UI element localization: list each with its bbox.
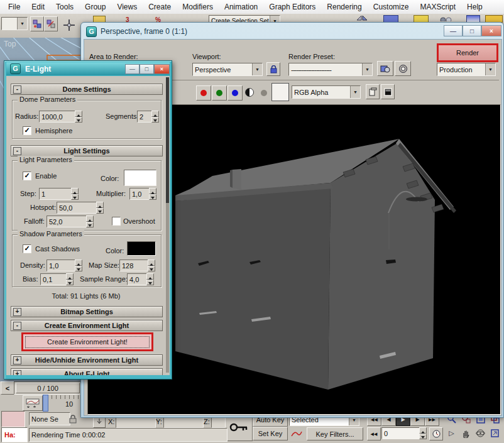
channel-display-combo[interactable]: RGB Alpha ▼ [292,85,361,99]
toolbar-icon[interactable]: % [155,16,163,22]
density-spinner[interactable] [75,260,82,271]
segments-spinner[interactable] [151,111,159,123]
time-slider-handle[interactable]: 0 / 100 [16,383,80,393]
rollout-light-settings[interactable]: - Light Settings [11,145,163,156]
menu-edit[interactable]: Edit [26,3,50,11]
rollout-hide-unhide-environment-light[interactable]: + Hide/Unhide Environment Light [11,354,163,366]
radius-spinner[interactable] [75,111,82,123]
render-window-titlebar[interactable]: G Perspective, frame 0 (1:1) [84,25,501,38]
track-frame-marker[interactable] [43,395,48,412]
current-frame-field[interactable]: 0 [381,427,423,439]
menu-customize[interactable]: Customize [368,3,415,11]
close-button[interactable]: × [481,25,501,36]
pan-hand-icon[interactable] [459,427,473,439]
time-slider-track[interactable]: 0 / 100 [14,381,83,395]
clear-rendered-frame-icon[interactable] [381,84,395,99]
field-of-view-icon[interactable]: ▷ [445,427,458,439]
shadow-color-swatch[interactable] [127,241,156,256]
mini-curve-editor-button[interactable] [23,395,43,411]
step-spinner[interactable] [71,188,79,200]
light-parameters-legend: Light Parameters [18,156,74,163]
light-color-swatch[interactable] [124,170,156,186]
toolbar-icon[interactable]: 3 [126,16,133,22]
blue-channel-icon[interactable] [227,85,243,101]
production-mode-combo[interactable]: Production ▼ [437,63,496,76]
clone-rendered-frame-icon[interactable] [366,84,380,99]
mirror-icon[interactable] [356,15,368,21]
maximize-viewport-icon[interactable] [488,427,501,439]
viewport-lock-icon[interactable] [266,62,280,76]
material-editor-icon[interactable] [440,16,454,21]
environment-dialog-icon[interactable] [395,61,411,76]
enable-checkbox[interactable]: ✓ [23,172,31,180]
falloff-field[interactable]: 52,0 [47,216,90,227]
maxscript-listener-pane[interactable]: Ha: [1,427,28,442]
sample-range-spinner[interactable] [146,273,154,285]
menu-group[interactable]: Group [79,3,111,11]
frame-spinner[interactable] [419,427,427,439]
rollout-scrollbar[interactable] [166,77,169,373]
menu-file[interactable]: File [3,3,26,11]
snaps-toggle-icon[interactable] [62,18,77,33]
time-configuration-icon[interactable] [429,427,443,440]
menu-tools[interactable]: Tools [50,3,79,11]
close-button[interactable]: × [154,64,170,74]
unlink-icon[interactable] [44,16,58,31]
viewport-label[interactable]: Top [4,40,16,48]
menu-maxscript[interactable]: MAXScript [414,3,461,11]
green-channel-icon[interactable] [212,85,227,101]
default-tangent-icon[interactable] [289,427,304,439]
set-key-button[interactable]: Set Key [253,427,288,440]
menu-create[interactable]: Create [143,3,177,11]
selection-lock-icon[interactable] [68,413,78,425]
hotspot-field[interactable]: 50,0 [57,202,101,214]
step-field[interactable]: 1 [39,188,75,200]
create-environment-light-button[interactable]: Create Environment Light! [21,332,153,351]
chevron-down-icon: ▼ [362,63,372,75]
map-size-spinner[interactable] [148,260,155,271]
enable-label: Enable [35,172,57,180]
red-channel-icon[interactable] [196,85,211,101]
previous-frame-button[interactable]: < [1,381,14,395]
rollout-create-environment-light[interactable]: - Create Environment Light [11,320,163,331]
hemisphere-checkbox[interactable]: ✓ [23,126,31,135]
maximize-button[interactable]: □ [463,25,481,36]
rollout-bitmap-settings[interactable]: + Bitmap Settings [11,306,163,317]
monochrome-channel-icon[interactable] [245,88,254,97]
overshoot-checkbox[interactable] [112,217,121,226]
area-to-render-label: Area to Render: [89,53,138,60]
render-setup-dialog-icon[interactable] [377,61,393,76]
menu-views[interactable]: Views [111,3,143,11]
track-bar[interactable]: 0 10 [43,395,82,410]
multiplier-label: Multiplier: [96,190,126,197]
key-filters-button[interactable]: Key Filters... [307,427,363,440]
render-preset-combo[interactable]: ------------------------ ▼ [288,63,373,76]
falloff-spinner[interactable] [86,216,94,227]
arc-rotate-icon[interactable] [474,427,487,439]
minimize-button[interactable]: — [444,25,463,36]
menu-graph-editors[interactable]: Graph Editors [263,3,321,11]
radius-field[interactable]: 1000,0 [39,111,79,123]
menu-rendering[interactable]: Rendering [321,3,367,11]
prompt-line: Rendering Time 0:00:02 [29,428,227,442]
menu-animation[interactable]: Animation [219,3,263,11]
viewport-combo[interactable]: Perspective ▼ [192,63,263,76]
alpha-channel-icon[interactable] [260,89,268,97]
clear-color-swatch[interactable] [271,83,289,101]
maximize-button[interactable]: □ [140,64,154,74]
rollout-dome-settings[interactable]: - Dome Settings [11,84,163,95]
render-button[interactable]: Render [437,43,498,62]
menu-help[interactable]: Help [461,3,488,11]
key-mode-toggle-button[interactable]: ◀◀ [367,427,381,440]
collapse-icon: - [13,322,21,330]
cast-shadows-checkbox[interactable]: ✓ [23,244,31,253]
select-and-link-icon[interactable] [30,16,44,31]
bias-spinner[interactable] [66,273,74,285]
menu-modifiers[interactable]: Modifiers [177,3,219,11]
rollout-about-elight[interactable]: + About E-Light [11,368,163,375]
named-selection-combo[interactable]: ▼ [1,17,28,30]
macro-recorder-pane[interactable] [1,411,25,427]
hotspot-spinner[interactable] [96,202,104,214]
multiplier-spinner[interactable] [149,188,156,200]
minimize-button[interactable]: — [125,64,140,74]
